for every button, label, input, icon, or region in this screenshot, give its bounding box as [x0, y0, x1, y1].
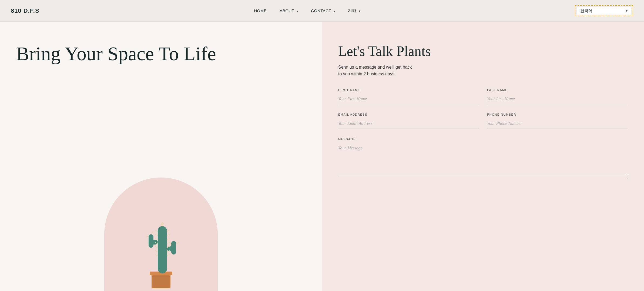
svg-line-8	[155, 234, 158, 236]
nav-item-about[interactable]: ABOUT ▾	[280, 8, 298, 13]
chevron-down-icon: ▾	[297, 10, 298, 13]
navbar-right: 한국어 English 日本語 中文	[575, 5, 633, 16]
svg-line-15	[167, 234, 170, 236]
name-row: FIRST NAME LAST NAME	[338, 88, 628, 104]
email-input[interactable]	[338, 118, 479, 129]
chevron-down-icon: ▾	[334, 10, 335, 13]
svg-line-24	[146, 236, 149, 237]
svg-rect-4	[149, 234, 153, 248]
main-content: Bring Your Space To Life	[0, 22, 644, 291]
cactus-svg	[134, 205, 188, 291]
left-panel: Bring Your Space To Life	[0, 22, 322, 291]
message-field: MESSAGE ⌟	[338, 138, 628, 180]
svg-line-27	[170, 242, 171, 245]
nav-links: HOME ABOUT ▾ CONTACT ▾ 기타 ▾	[254, 8, 360, 13]
svg-line-7	[155, 230, 158, 232]
last-name-label: LAST NAME	[487, 88, 628, 92]
svg-line-25	[152, 232, 153, 234]
svg-line-17	[167, 242, 170, 244]
email-label: EMAIL ADDRESS	[338, 113, 479, 116]
svg-line-13	[155, 255, 158, 256]
language-selector-wrapper: 한국어 English 日本語 中文	[575, 5, 633, 16]
right-panel: Let's Talk Plants Send us a message and …	[322, 22, 644, 291]
nav-link-contact[interactable]: CONTACT ▾	[311, 8, 335, 13]
message-input[interactable]	[338, 143, 628, 175]
first-name-input[interactable]	[338, 94, 479, 104]
nav-item-contact[interactable]: CONTACT ▾	[311, 8, 335, 13]
nav-link-home[interactable]: HOME	[254, 8, 267, 13]
contact-form: FIRST NAME LAST NAME EMAIL ADDRESS PHONE…	[338, 88, 628, 180]
cactus-illustration	[104, 178, 218, 291]
svg-line-16	[167, 238, 170, 240]
email-field: EMAIL ADDRESS	[338, 113, 479, 129]
chevron-down-icon: ▾	[359, 9, 360, 12]
last-name-input[interactable]	[487, 94, 628, 104]
svg-line-20	[167, 255, 170, 256]
email-phone-row: EMAIL ADDRESS PHONE NUMBER	[338, 113, 628, 129]
phone-label: PHONE NUMBER	[487, 113, 628, 116]
first-name-label: FIRST NAME	[338, 88, 479, 92]
nav-link-etc[interactable]: 기타 ▾	[348, 8, 360, 13]
svg-line-9	[155, 238, 158, 240]
last-name-field: LAST NAME	[487, 88, 628, 104]
svg-rect-6	[171, 241, 176, 255]
svg-line-14	[167, 230, 170, 232]
svg-line-26	[176, 243, 179, 244]
form-title: Let's Talk Plants	[338, 43, 628, 59]
hero-title: Bring Your Space To Life	[16, 43, 306, 65]
svg-line-11	[155, 246, 158, 248]
site-logo[interactable]: 810 D.F.S	[11, 7, 39, 14]
svg-rect-2	[158, 226, 167, 273]
language-selector-inner: 한국어 English 日本語 中文	[577, 7, 631, 15]
nav-link-about[interactable]: ABOUT ▾	[280, 8, 298, 13]
language-select[interactable]: 한국어 English 日本語 中文	[577, 7, 631, 15]
svg-rect-0	[152, 273, 170, 288]
nav-item-etc[interactable]: 기타 ▾	[348, 8, 360, 13]
cactus-circle-bg	[104, 178, 218, 291]
first-name-field: FIRST NAME	[338, 88, 479, 104]
phone-input[interactable]	[487, 118, 628, 129]
message-label: MESSAGE	[338, 138, 628, 141]
navbar: 810 D.F.S HOME ABOUT ▾ CONTACT ▾ 기타 ▾	[0, 0, 644, 22]
svg-line-12	[155, 250, 158, 252]
phone-field: PHONE NUMBER	[487, 113, 628, 129]
nav-item-home[interactable]: HOME	[254, 8, 267, 13]
resize-handle-icon: ⌟	[338, 175, 628, 180]
form-subtitle: Send us a message and we'll get back to …	[338, 64, 628, 78]
